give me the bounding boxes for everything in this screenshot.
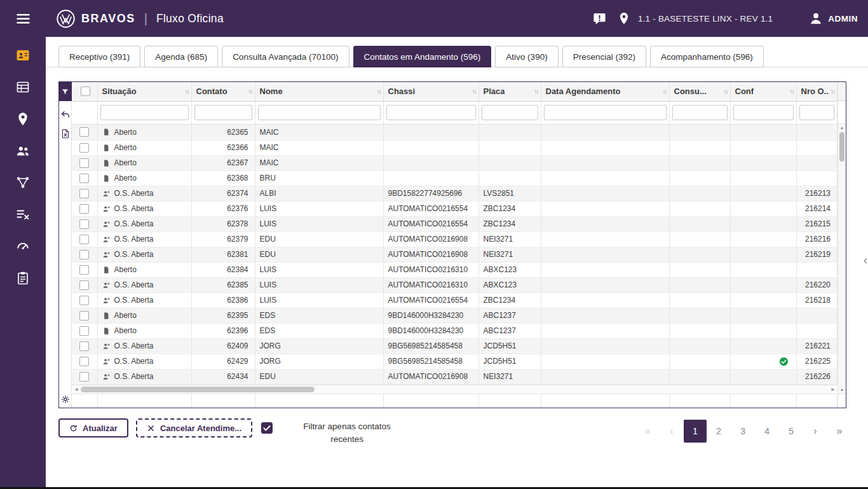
column-header-data_agendamento[interactable]: Data Agendamento↑↓ bbox=[541, 82, 669, 101]
scroll-right-icon[interactable]: ► bbox=[831, 387, 836, 393]
tab-consulta-avan-ada-70100-[interactable]: Consulta Avançada (70100) bbox=[222, 46, 349, 67]
table-row[interactable]: O.S. Aberta 62385 LUIS AUTOMATICO0216310… bbox=[72, 277, 837, 293]
pagination-prev[interactable]: ‹ bbox=[660, 420, 684, 443]
filter-input-nro_os[interactable] bbox=[799, 105, 835, 120]
table-row[interactable]: O.S. Aberta 62378 LUIS AUTOMATICO0216554… bbox=[72, 216, 837, 231]
sort-icon[interactable]: ↑↓ bbox=[661, 88, 667, 95]
row-checkbox[interactable] bbox=[79, 296, 89, 305]
pagination-page-4[interactable]: 4 bbox=[755, 420, 779, 443]
row-checkbox[interactable] bbox=[79, 174, 89, 183]
sidebar-item-people[interactable] bbox=[10, 142, 36, 160]
tab-ativo-390-[interactable]: Ativo (390) bbox=[495, 46, 558, 67]
table-row[interactable]: O.S. Aberta 62381 EDU AUTOMATICO0216908 … bbox=[72, 247, 837, 262]
pagination-first[interactable]: « bbox=[635, 420, 660, 443]
filter-input-situacao[interactable] bbox=[100, 105, 189, 120]
row-checkbox[interactable] bbox=[79, 204, 89, 214]
sort-icon[interactable]: ↑↓ bbox=[470, 88, 476, 95]
vertical-scrollbar[interactable]: ▲ ▼ bbox=[837, 82, 846, 408]
sidebar-item-clipboard[interactable] bbox=[10, 269, 36, 287]
tab-agenda-685-[interactable]: Agenda (685) bbox=[144, 46, 218, 67]
table-row[interactable]: Aberto 62395 EDS 9BD146000H3284230 ABC12… bbox=[72, 308, 837, 323]
row-checkbox[interactable] bbox=[79, 372, 89, 382]
sort-icon[interactable]: ↑↓ bbox=[247, 88, 252, 95]
row-checkbox[interactable] bbox=[79, 235, 89, 244]
recent-contacts-checkbox[interactable] bbox=[261, 422, 273, 434]
sidebar-item-table[interactable] bbox=[10, 78, 36, 96]
row-checkbox[interactable] bbox=[79, 219, 89, 229]
sort-icon[interactable]: ↑↓ bbox=[375, 88, 381, 95]
table-row[interactable]: O.S. Aberta 62376 LUIS AUTOMATICO0216554… bbox=[72, 201, 837, 216]
filter-input-data_agendamento[interactable] bbox=[544, 105, 667, 120]
notifications-button[interactable] bbox=[592, 11, 607, 26]
row-checkbox[interactable] bbox=[79, 357, 89, 366]
location-button[interactable] bbox=[617, 11, 632, 26]
sidebar-item-contact-card[interactable] bbox=[10, 46, 36, 64]
row-checkbox[interactable] bbox=[79, 127, 89, 137]
tab-contatos-em-andamento-596-[interactable]: Contatos em Andamento (596) bbox=[353, 46, 492, 67]
table-row[interactable]: O.S. Aberta 62409 JORG 9BG56985214585458… bbox=[72, 338, 837, 354]
sort-icon[interactable]: ↑↓ bbox=[183, 88, 189, 95]
refresh-button[interactable]: Atualizar bbox=[58, 418, 128, 437]
table-row[interactable]: Aberto 62396 EDS 9BD146000H3284230 ABC12… bbox=[72, 323, 837, 338]
row-checkbox[interactable] bbox=[79, 280, 89, 290]
grid-settings-button[interactable] bbox=[60, 394, 71, 405]
row-checkbox[interactable] bbox=[79, 265, 89, 275]
pagination-page-1[interactable]: 1 bbox=[684, 420, 707, 443]
column-header-situacao[interactable]: Situação↑↓ bbox=[97, 82, 191, 101]
column-header-chassi[interactable]: Chassi↑↓ bbox=[383, 82, 478, 101]
filter-input-conf[interactable] bbox=[733, 105, 794, 120]
side-panel-collapse-handle[interactable]: ‹ bbox=[864, 254, 867, 266]
filter-input-chassi[interactable] bbox=[386, 105, 476, 120]
row-checkbox[interactable] bbox=[79, 311, 89, 320]
table-row[interactable]: Aberto 62384 LUIS AUTOMATICO0216310 ABXC… bbox=[72, 262, 837, 277]
row-checkbox[interactable] bbox=[79, 341, 89, 351]
column-header-nro_os[interactable]: Nro O...↑↓ bbox=[796, 82, 837, 101]
tab-presencial-392-[interactable]: Presencial (392) bbox=[562, 46, 646, 67]
row-checkbox[interactable] bbox=[79, 250, 89, 259]
sidebar-item-gauge[interactable] bbox=[10, 237, 36, 255]
menu-button[interactable] bbox=[10, 10, 36, 27]
select-all-checkbox[interactable] bbox=[81, 86, 90, 96]
filter-input-placa[interactable] bbox=[482, 105, 538, 120]
grid-undo-button[interactable] bbox=[60, 109, 71, 120]
column-header-placa[interactable]: Placa↑↓ bbox=[478, 82, 541, 101]
sort-icon[interactable]: ↑↓ bbox=[788, 88, 794, 95]
pagination-next[interactable]: › bbox=[803, 420, 827, 443]
column-header-contato[interactable]: Contato↑↓ bbox=[191, 82, 255, 101]
filter-input-contato[interactable] bbox=[194, 105, 252, 120]
table-row[interactable]: O.S. Aberta 62386 LUIS AUTOMATICO0216554… bbox=[72, 293, 837, 308]
table-row[interactable]: Aberto 62366 MAIC bbox=[72, 140, 837, 155]
table-row[interactable]: O.S. Aberta 62434 EDU AUTOMATICO0216908 … bbox=[72, 369, 837, 384]
grid-export-button[interactable] bbox=[60, 128, 71, 139]
scroll-left-icon[interactable]: ◄ bbox=[74, 387, 79, 393]
table-row[interactable]: Aberto 62368 BRU bbox=[72, 170, 837, 186]
pagination-page-3[interactable]: 3 bbox=[731, 420, 755, 443]
sort-icon[interactable]: ↑↓ bbox=[532, 88, 538, 95]
grid-filter-button[interactable] bbox=[59, 82, 72, 101]
horizontal-scroll-thumb[interactable] bbox=[81, 387, 315, 392]
sidebar-item-map-pin[interactable] bbox=[10, 110, 36, 128]
table-row[interactable]: O.S. Aberta 62429 JORG 9BG56985214585458… bbox=[72, 354, 837, 369]
sort-icon[interactable]: ↑↓ bbox=[722, 88, 728, 95]
table-row[interactable]: O.S. Aberta 62379 EDU AUTOMATICO0216908 … bbox=[72, 231, 837, 247]
row-checkbox[interactable] bbox=[79, 189, 89, 198]
pagination-last[interactable]: » bbox=[827, 420, 851, 443]
column-header-nome[interactable]: Nome↑↓ bbox=[255, 82, 383, 101]
scroll-down-icon[interactable]: ▼ bbox=[838, 388, 846, 392]
column-header-consu[interactable]: Consu...↑↓ bbox=[669, 82, 730, 101]
sidebar-item-flow[interactable] bbox=[10, 174, 36, 191]
row-checkbox[interactable] bbox=[79, 158, 89, 168]
tab-acompanhamento-596-[interactable]: Acompanhamento (596) bbox=[650, 46, 764, 67]
scroll-up-icon[interactable]: ▲ bbox=[838, 125, 846, 130]
pagination-page-5[interactable]: 5 bbox=[779, 420, 803, 443]
pagination-page-2[interactable]: 2 bbox=[707, 420, 731, 443]
row-checkbox[interactable] bbox=[79, 326, 89, 336]
table-row[interactable]: O.S. Aberta 62374 ALBI 9BD15822774925696… bbox=[72, 186, 837, 201]
cancel-service-button[interactable]: Cancelar Atendime... bbox=[136, 418, 252, 437]
tab-receptivo-391-[interactable]: Receptivo (391) bbox=[58, 46, 140, 67]
row-checkbox[interactable] bbox=[79, 143, 89, 153]
user-menu[interactable]: ADMIN bbox=[808, 11, 858, 26]
filter-input-consu[interactable] bbox=[672, 105, 728, 120]
sidebar-item-list-x[interactable] bbox=[10, 205, 36, 223]
table-row[interactable]: Aberto 62367 MAIC bbox=[72, 155, 837, 170]
